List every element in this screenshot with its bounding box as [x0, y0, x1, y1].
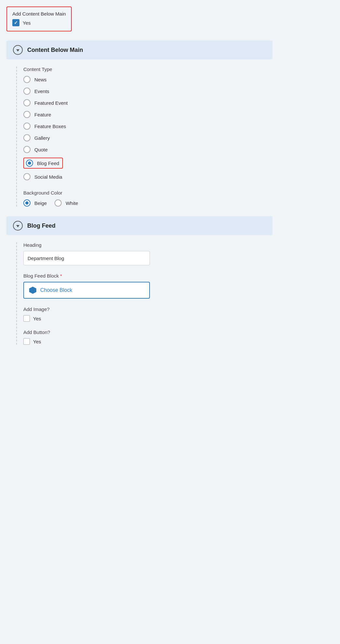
add-content-checkbox-label: Yes [23, 20, 30, 26]
radio-row-feature-boxes[interactable]: Feature Boxes [23, 123, 273, 130]
add-content-label: Add Content Below Main [12, 11, 66, 17]
radio-beige[interactable] [23, 199, 30, 207]
content-type-label: Content Type [23, 66, 273, 72]
radio-white[interactable] [55, 199, 62, 207]
radio-label-white: White [66, 200, 78, 206]
blog-feed-body: Heading Blog Feed Block* Choose Block Ad… [6, 242, 273, 345]
add-content-below-main-box: Add Content Below Main ✓ Yes [6, 6, 72, 31]
block-icon [29, 287, 36, 294]
radio-quote[interactable] [23, 146, 30, 153]
radio-social-media[interactable] [23, 173, 30, 180]
background-color-label: Background Color [23, 190, 273, 196]
content-body-divider: Content Type News Events Featured Event [16, 66, 273, 207]
background-color-radio-group: Beige White [23, 199, 273, 207]
choose-block-label: Choose Block [40, 287, 72, 293]
radio-blog-feed[interactable] [26, 160, 33, 167]
radio-label-social-media: Social Media [34, 174, 62, 180]
blog-feed-header: Blog Feed [6, 216, 273, 235]
content-below-main-collapse-btn[interactable] [13, 45, 23, 55]
heading-label: Heading [23, 242, 273, 248]
radio-row-blog-feed-highlighted[interactable]: Blog Feed [23, 158, 63, 169]
blog-feed-title: Blog Feed [27, 222, 55, 229]
background-color-section: Background Color Beige White [23, 190, 273, 207]
radio-row-featured-event[interactable]: Featured Event [23, 99, 273, 106]
add-button-checkbox-label: Yes [33, 339, 41, 344]
radio-events[interactable] [23, 88, 30, 95]
blog-feed-body-divider: Heading Blog Feed Block* Choose Block Ad… [16, 242, 273, 345]
radio-beige-inner [25, 201, 29, 205]
chevron-down-icon [16, 49, 19, 52]
add-image-checkbox-label: Yes [33, 316, 41, 321]
heading-field-group: Heading [23, 242, 273, 265]
radio-row-news[interactable]: News [23, 76, 273, 83]
add-image-checkbox[interactable] [23, 315, 30, 322]
content-below-main-body: Content Type News Events Featured Event [6, 66, 273, 207]
radio-feature[interactable] [23, 111, 30, 118]
blog-feed-block-field-group: Blog Feed Block* Choose Block [23, 273, 273, 299]
radio-row-social-media[interactable]: Social Media [23, 173, 273, 180]
choose-block-button[interactable]: Choose Block [23, 282, 150, 299]
add-button-field-group: Add Button? Yes [23, 329, 273, 345]
content-below-main-header: Content Below Main [6, 41, 273, 59]
radio-row-white[interactable]: White [55, 199, 78, 207]
radio-label-events: Events [34, 89, 49, 94]
radio-label-news: News [34, 77, 47, 82]
add-image-label: Add Image? [23, 306, 273, 312]
add-button-label: Add Button? [23, 329, 273, 335]
add-content-checkbox[interactable]: ✓ [12, 19, 19, 26]
radio-gallery[interactable] [23, 134, 30, 141]
blog-feed-collapse-btn[interactable] [13, 221, 23, 231]
checkmark-icon: ✓ [14, 20, 18, 25]
radio-row-beige[interactable]: Beige [23, 199, 47, 207]
radio-feature-boxes[interactable] [23, 123, 30, 130]
radio-label-featured-event: Featured Event [34, 100, 68, 106]
radio-inner-icon [28, 161, 31, 165]
radio-label-quote: Quote [34, 147, 48, 152]
radio-label-beige: Beige [34, 200, 47, 206]
blog-feed-chevron-icon [16, 225, 19, 227]
add-button-checkbox[interactable] [23, 338, 30, 345]
heading-input[interactable] [23, 251, 150, 265]
content-type-radio-group: News Events Featured Event Feature [23, 76, 273, 180]
radio-label-feature: Feature [34, 112, 51, 117]
blog-feed-section: Blog Feed Heading Blog Feed Block* Choos… [6, 216, 273, 345]
radio-label-feature-boxes: Feature Boxes [34, 124, 66, 129]
radio-row-gallery[interactable]: Gallery [23, 134, 273, 141]
radio-row-feature[interactable]: Feature [23, 111, 273, 118]
radio-label-gallery: Gallery [34, 135, 50, 141]
radio-label-blog-feed: Blog Feed [37, 161, 59, 166]
required-indicator: * [60, 273, 62, 279]
radio-row-quote[interactable]: Quote [23, 146, 273, 153]
radio-news[interactable] [23, 76, 30, 83]
blog-feed-block-label: Blog Feed Block* [23, 273, 273, 279]
content-below-main-section: Content Below Main Content Type News Eve… [6, 41, 273, 207]
radio-row-events[interactable]: Events [23, 88, 273, 95]
radio-featured-event[interactable] [23, 99, 30, 106]
add-image-field-group: Add Image? Yes [23, 306, 273, 322]
content-below-main-title: Content Below Main [27, 47, 83, 54]
